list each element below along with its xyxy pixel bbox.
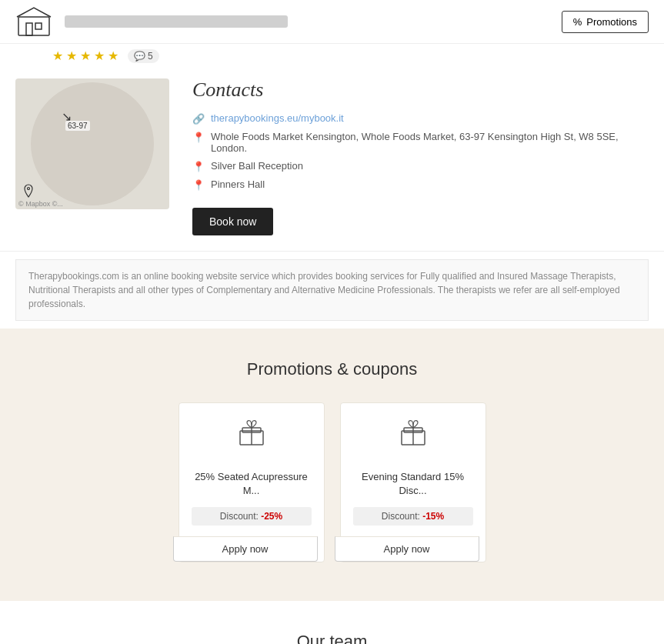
contact-link-item: 🔗 therapybookings.eu/mybook.it — [192, 112, 649, 125]
star-4: ★ — [94, 48, 105, 63]
discount-label-1: Discount: — [382, 511, 420, 522]
promotions-btn-label: Promotions — [586, 16, 637, 28]
contact-website[interactable]: therapybookings.eu/mybook.it — [211, 112, 344, 124]
map-background — [31, 82, 154, 205]
disclaimer: Therapybookings.com is an online booking… — [15, 259, 649, 321]
stars-row: ★ ★ ★ ★ ★ 💬 5 — [0, 44, 664, 71]
provider-name-bar — [65, 15, 288, 28]
promotions-button[interactable]: % Promotions — [562, 11, 649, 33]
apply-button-1[interactable]: Apply now — [335, 536, 479, 562]
svg-rect-2 — [35, 23, 42, 29]
map-copyright: © Mapbox ©... — [18, 200, 63, 208]
svg-rect-0 — [18, 17, 49, 35]
star-2: ★ — [66, 48, 77, 63]
contact-address1-item: 📍 Whole Foods Market Kensington, Whole F… — [192, 131, 649, 154]
map-pin-icon: ↘ — [62, 109, 72, 124]
star-5: ★ — [108, 48, 118, 63]
star-1: ★ — [52, 48, 63, 63]
percent-icon: % — [573, 16, 582, 28]
contact-address3: Pinners Hall — [211, 179, 265, 190]
location-icon-3: 📍 — [192, 179, 205, 191]
discount-badge-1: Discount: -15% — [353, 507, 473, 526]
promo-name-1: Evening Standard 15% Disc... — [353, 470, 473, 498]
team-section: Our team Therapy Bookings at Whole Foods… — [0, 601, 664, 644]
promo-name-0: 25% Seated Acupressure M... — [192, 470, 312, 498]
review-bubble[interactable]: 💬 5 — [128, 49, 159, 63]
discount-value-1: -15% — [422, 511, 444, 522]
disclaimer-text: Therapybookings.com is an online booking… — [28, 271, 620, 309]
gift-icon-1 — [398, 417, 429, 461]
contact-address3-item: 📍 Pinners Hall — [192, 179, 649, 191]
location-icon-1: 📍 — [192, 132, 205, 143]
discount-badge-0: Discount: -25% — [192, 507, 312, 526]
svg-point-3 — [28, 188, 30, 190]
map-small-marker — [22, 184, 35, 202]
header: % Promotions — [0, 0, 664, 44]
contacts-info: Contacts 🔗 therapybookings.eu/mybook.it … — [192, 78, 649, 235]
discount-label-0: Discount: — [220, 511, 259, 522]
promotions-title: Promotions & coupons — [15, 359, 649, 379]
contacts-section: 63-97 ↘ © Mapbox ©... Contacts 🔗 therapy… — [0, 71, 664, 252]
svg-rect-1 — [26, 23, 32, 35]
discount-value-0: -25% — [261, 511, 282, 522]
contact-address2: Silver Ball Reception — [211, 160, 303, 172]
promo-cards-container: 25% Seated Acupressure M... Discount: -2… — [15, 402, 649, 562]
book-now-button[interactable]: Book now — [192, 208, 273, 235]
contact-address1: Whole Foods Market Kensington, Whole Foo… — [211, 131, 649, 154]
logo-icon — [15, 6, 52, 37]
star-3: ★ — [80, 48, 91, 63]
promo-card-1: Evening Standard 15% Disc... Discount: -… — [340, 402, 486, 562]
gift-icon-0 — [236, 417, 267, 461]
chat-icon: 💬 — [134, 51, 145, 62]
contact-address2-item: 📍 Silver Ball Reception — [192, 160, 649, 172]
promotions-section: Promotions & coupons 25% Seated Acupress… — [0, 329, 664, 601]
review-count: 5 — [148, 51, 153, 62]
location-icon-2: 📍 — [192, 161, 205, 172]
promo-card-0: 25% Seated Acupressure M... Discount: -2… — [179, 402, 325, 562]
contacts-title: Contacts — [192, 78, 649, 102]
link-icon: 🔗 — [192, 113, 205, 125]
apply-button-0[interactable]: Apply now — [173, 536, 318, 562]
map-container[interactable]: 63-97 ↘ © Mapbox ©... — [15, 78, 169, 209]
team-title: Our team — [15, 632, 649, 644]
